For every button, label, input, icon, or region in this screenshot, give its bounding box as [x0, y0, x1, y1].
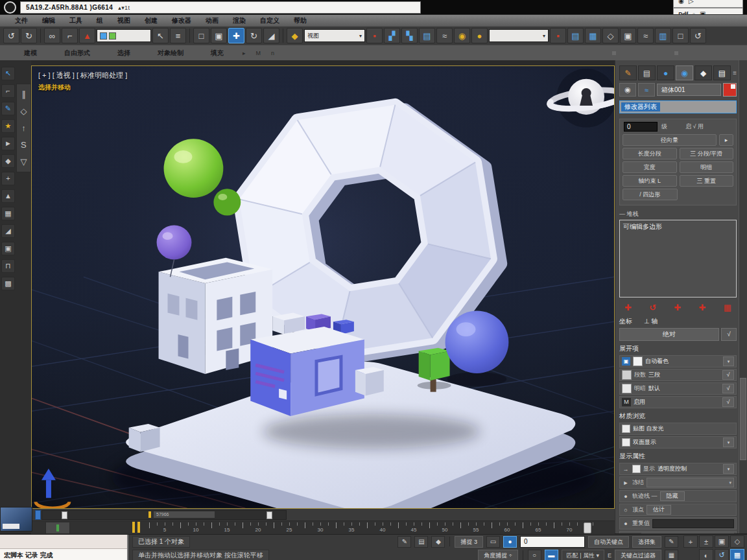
configure-modifier-icon[interactable]: ▦ [724, 303, 731, 312]
swatch-cell[interactable] [633, 356, 643, 366]
motion-curve-icon[interactable]: ≈ [638, 83, 655, 97]
btn-cell[interactable]: 估计 [646, 505, 671, 515]
ribbon-tab[interactable]: 填充 [197, 49, 237, 58]
zoom-icon[interactable]: + [683, 535, 698, 548]
hierarchy-tab[interactable]: ● [657, 65, 674, 80]
checkbox-cell[interactable] [632, 465, 641, 473]
rollout-title[interactable]: 材质浏览 [619, 412, 737, 421]
checkbox-cell[interactable] [622, 425, 630, 433]
lasso-select-icon[interactable]: ≈ [637, 28, 654, 43]
pin-stack-icon[interactable]: ✚ [624, 303, 632, 312]
remove-modifier-icon[interactable]: ✚ [699, 303, 706, 312]
selection-set-button[interactable]: 选择集 [632, 536, 661, 548]
curve-editor-icon[interactable]: ≈ [436, 28, 453, 43]
slider-toggle-icon[interactable]: ▬ [545, 550, 558, 560]
zoom-all-icon[interactable]: ± [699, 535, 713, 548]
selection-lock-icon[interactable]: ◆ [431, 536, 445, 548]
select-and-move-icon[interactable]: ✚ [228, 28, 244, 43]
menu-item[interactable]: 动画 [198, 15, 226, 26]
monitor-toggle-icon[interactable]: ▭ [486, 536, 500, 548]
ribbon-tab[interactable]: 选择 [104, 49, 144, 58]
material-editor-icon[interactable]: ◉ [454, 28, 470, 43]
check-cell[interactable]: √ [722, 397, 734, 407]
swatch-cell[interactable] [622, 370, 632, 380]
swatch-cell[interactable] [622, 384, 632, 393]
use-center-icon[interactable]: ▪ [366, 28, 383, 43]
listener-script-line[interactable]: 宏脚本 记录 完成 [0, 549, 127, 560]
ruler-end-handle[interactable] [584, 522, 591, 533]
ribbon-tab[interactable]: 自由形式 [51, 49, 104, 58]
schematic-view-icon[interactable]: ◇ [602, 28, 619, 43]
annotate-pencil-icon[interactable]: ✎ [397, 536, 411, 548]
viewport-scene[interactable] [32, 66, 614, 508]
pin-tool-icon[interactable]: ► [1, 137, 15, 150]
time-config-icon[interactable]: ▦ [665, 550, 678, 560]
ribbon-tab[interactable]: 对象绘制 [144, 49, 197, 58]
snaps-toggle-button[interactable]: 捕捉 3 [455, 536, 483, 548]
grid-tool-icon[interactable]: ▦ [1, 207, 15, 220]
track-key-marker[interactable] [148, 511, 151, 518]
align-icon[interactable]: ▚ [401, 28, 418, 43]
layer-explorer-icon[interactable]: ▤ [567, 28, 584, 43]
dropdown-arrow-icon[interactable]: ▾ [359, 33, 362, 39]
object-name-field[interactable]: 箱体001 [657, 84, 721, 96]
crosshair-tool-icon[interactable]: + [1, 172, 15, 185]
paint-deform-tool-icon[interactable]: ◆ [1, 154, 15, 168]
menu-item[interactable]: 修改器 [165, 15, 198, 26]
redo-icon[interactable]: ↻ [21, 28, 37, 43]
param-button[interactable]: 长度分段 [622, 148, 677, 159]
track-chip[interactable] [35, 510, 41, 520]
checkbox-cell[interactable] [622, 438, 630, 447]
utilities-tab[interactable]: ▤ [713, 65, 731, 80]
named-selection-set-field[interactable]: ▾ [489, 29, 549, 42]
display-filter-icon[interactable]: ▣ [620, 28, 636, 43]
panel-scrollbar-thumb[interactable] [740, 378, 746, 460]
set-key-pencil-icon[interactable]: ✎ [665, 536, 678, 548]
selection-mode-dropdown[interactable]: 绝对 [619, 328, 719, 341]
pivot-flag-icon[interactable]: ▪ [550, 28, 566, 43]
menu-item[interactable]: 编辑 [35, 15, 62, 26]
rollout-title[interactable]: 展开项 [619, 344, 737, 353]
small-white-box-ground[interactable] [129, 424, 160, 452]
param-button[interactable]: / 四边形 [622, 189, 678, 200]
undo-view-change-icon[interactable]: ↺ [690, 28, 706, 43]
param-button[interactable]: 宽度 [622, 161, 677, 173]
mirror-icon[interactable]: ▞ [384, 28, 400, 43]
frame-number-field[interactable]: 0 [520, 536, 585, 548]
maximize-viewport-icon[interactable]: ▦ [730, 549, 744, 560]
ribbon-extra-icon[interactable]: ▸ [237, 50, 251, 56]
rectangular-selection-icon[interactable]: □ [193, 28, 209, 43]
select-and-scale-icon[interactable]: ◢ [263, 28, 279, 43]
up-arrow-tool-icon[interactable]: ↑ [18, 122, 30, 134]
menu-item[interactable]: 渲染 [226, 15, 253, 26]
notes-panel-icon[interactable]: ▤ [414, 536, 428, 548]
field-of-view-icon[interactable]: ◇ [730, 535, 744, 548]
make-unique-icon[interactable]: ✚ [674, 303, 681, 312]
check-cell[interactable]: √ [722, 370, 734, 380]
time-ruler[interactable]: ∥ 510152025303540455055606570 [31, 521, 615, 534]
unlink-selection-icon[interactable]: ⌐ [62, 28, 78, 43]
param-button[interactable]: 轴约束 L [622, 175, 677, 187]
polygon-tool-icon[interactable]: ◇ [18, 105, 30, 117]
small-white-box-center[interactable] [355, 367, 384, 395]
slider-cell[interactable]: ◄ [641, 533, 734, 534]
paint-select-icon[interactable]: ▥ [655, 28, 671, 43]
dropdown-arrow-icon[interactable]: ▾ [543, 33, 545, 39]
dd-cell[interactable]: ▾ [723, 464, 734, 474]
ddfield-cell[interactable]: ▾ [646, 478, 734, 487]
selection-check-button[interactable]: √ [721, 328, 737, 341]
show-end-result-icon[interactable]: ↺ [649, 303, 656, 312]
param-button[interactable]: 三 分段/平滑 [680, 148, 734, 159]
param-value-field[interactable]: 0 [624, 122, 658, 132]
mute-toggle-icon[interactable]: ○ [528, 550, 541, 560]
ramp-tool-icon[interactable]: ◢ [1, 224, 15, 238]
select-and-link-icon[interactable]: ∞ [44, 28, 60, 43]
favorites-tool-icon[interactable]: ★ [1, 119, 15, 133]
selection-filter-dropdown[interactable] [97, 29, 151, 42]
display-tab[interactable]: ◆ [694, 65, 712, 80]
toggle-scene-explorer-icon[interactable]: ▤ [419, 28, 435, 43]
render-setup-icon[interactable]: ● [471, 28, 488, 43]
monitor-icon[interactable]: ◉ [678, 0, 684, 5]
motion-tab[interactable]: ◉ [676, 65, 693, 80]
window-crossing-icon[interactable]: ▣ [211, 28, 227, 43]
